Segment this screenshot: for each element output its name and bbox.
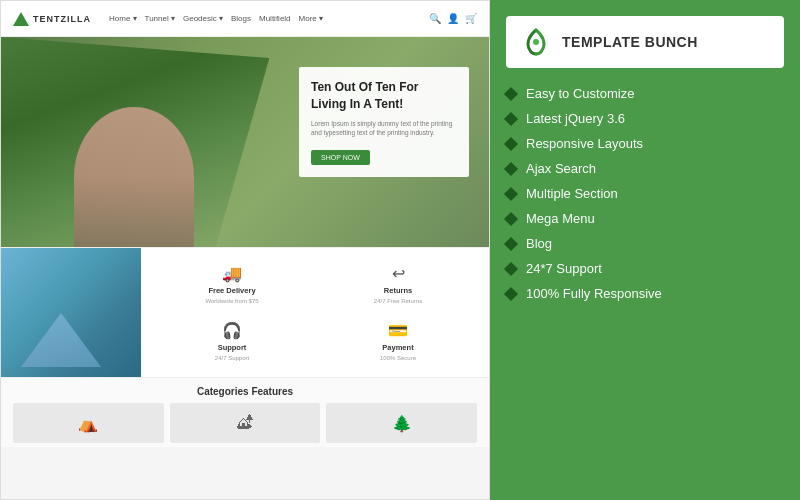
hero-person-visual — [74, 107, 194, 247]
diamond-icon — [504, 236, 518, 250]
nav-icons: 🔍 👤 🛒 — [429, 13, 477, 24]
feature-support-title: Support — [218, 343, 247, 352]
returns-icon: ↩ — [392, 264, 405, 283]
feature-list-item: Ajax Search — [506, 161, 784, 176]
diamond-icon — [504, 186, 518, 200]
diamond-icon — [504, 136, 518, 150]
features-image — [1, 248, 141, 377]
diamond-icon — [504, 211, 518, 225]
nav-link-tunnel[interactable]: Tunnel ▾ — [145, 14, 175, 23]
feature-list-item: Blog — [506, 236, 784, 251]
feature-list-item: Mega Menu — [506, 211, 784, 226]
feature-delivery-sub: Worldwide from $75 — [205, 298, 258, 304]
features-row: 🚚 Free Delivery Worldwide from $75 ↩ Ret… — [1, 247, 489, 377]
category-nature[interactable]: 🌲 — [326, 403, 477, 443]
hero-description: Lorem Ipsum is simply dummy text of the … — [311, 119, 457, 139]
template-bunch-header: TEMPLATE BUNCH — [506, 16, 784, 68]
nature-icon: 🌲 — [392, 414, 412, 433]
feature-returns-sub: 24/7 Free Returns — [374, 298, 422, 304]
cart-icon[interactable]: 🛒 — [465, 13, 477, 24]
logo-triangle-icon — [13, 12, 29, 26]
nav-link-geodesic[interactable]: Geodesic ▾ — [183, 14, 223, 23]
diamond-icon — [504, 111, 518, 125]
feature-label-8: 100% Fully Responsive — [526, 286, 662, 301]
tent-icon: ⛺ — [78, 414, 98, 433]
template-bunch-name: TEMPLATE BUNCH — [562, 34, 698, 50]
feature-payment-sub: 100% Secure — [380, 355, 416, 361]
feature-label-3: Ajax Search — [526, 161, 596, 176]
feature-label-5: Mega Menu — [526, 211, 595, 226]
feature-item-returns: ↩ Returns 24/7 Free Returns — [317, 258, 479, 311]
right-panel: TEMPLATE BUNCH Easy to CustomizeLatest j… — [490, 0, 800, 500]
feature-list-item: Easy to Customize — [506, 86, 784, 101]
categories-section: Categories Features ⛺ 🏕 🌲 — [1, 377, 489, 447]
shop-now-button[interactable]: SHOP NOW — [311, 150, 370, 165]
site-logo: TENTZILLA — [13, 12, 91, 26]
logo-text: TENTZILLA — [33, 14, 91, 24]
feature-payment-title: Payment — [382, 343, 413, 352]
categories-title: Categories Features — [13, 386, 477, 397]
search-icon[interactable]: 🔍 — [429, 13, 441, 24]
hero-content-box: Ten Out Of Ten For Living In A Tent! Lor… — [299, 67, 469, 177]
delivery-icon: 🚚 — [222, 264, 242, 283]
feature-label-7: 24*7 Support — [526, 261, 602, 276]
feature-label-1: Latest jQuery 3.6 — [526, 111, 625, 126]
diamond-icon — [504, 86, 518, 100]
camp-icon: 🏕 — [237, 414, 253, 432]
payment-icon: 💳 — [388, 321, 408, 340]
nav-link-multifield[interactable]: Multifield — [259, 14, 291, 23]
feature-label-4: Multiple Section — [526, 186, 618, 201]
hero-title: Ten Out Of Ten For Living In A Tent! — [311, 79, 457, 113]
diamond-icon — [504, 261, 518, 275]
features-list: Easy to CustomizeLatest jQuery 3.6Respon… — [506, 86, 784, 301]
feature-delivery-title: Free Delivery — [208, 286, 255, 295]
category-tent[interactable]: ⛺ — [13, 403, 164, 443]
feature-item-payment: 💳 Payment 100% Secure — [317, 315, 479, 368]
nav-links: Home ▾ Tunnel ▾ Geodesic ▾ Blogs Multifi… — [109, 14, 419, 23]
feature-item-delivery: 🚚 Free Delivery Worldwide from $75 — [151, 258, 313, 311]
feature-support-sub: 24/7 Support — [215, 355, 249, 361]
feature-returns-title: Returns — [384, 286, 412, 295]
nav-link-home[interactable]: Home ▾ — [109, 14, 137, 23]
feature-label-0: Easy to Customize — [526, 86, 634, 101]
feature-label-2: Responsive Layouts — [526, 136, 643, 151]
diamond-icon — [504, 161, 518, 175]
nav-link-blogs[interactable]: Blogs — [231, 14, 251, 23]
feature-list-item: Responsive Layouts — [506, 136, 784, 151]
feature-item-support: 🎧 Support 24/7 Support — [151, 315, 313, 368]
categories-row: ⛺ 🏕 🌲 — [13, 403, 477, 443]
feature-list-item: 24*7 Support — [506, 261, 784, 276]
feature-list-item: Latest jQuery 3.6 — [506, 111, 784, 126]
feature-list-item: Multiple Section — [506, 186, 784, 201]
user-icon[interactable]: 👤 — [447, 13, 459, 24]
template-bunch-logo — [520, 26, 552, 58]
features-grid: 🚚 Free Delivery Worldwide from $75 ↩ Ret… — [141, 248, 489, 377]
diamond-icon — [504, 286, 518, 300]
feature-list-item: 100% Fully Responsive — [506, 286, 784, 301]
navbar: TENTZILLA Home ▾ Tunnel ▾ Geodesic ▾ Blo… — [1, 1, 489, 37]
hero-section: Ten Out Of Ten For Living In A Tent! Lor… — [1, 37, 489, 247]
support-icon: 🎧 — [222, 321, 242, 340]
left-panel: TENTZILLA Home ▾ Tunnel ▾ Geodesic ▾ Blo… — [0, 0, 490, 500]
svg-point-0 — [533, 39, 539, 45]
category-camp[interactable]: 🏕 — [170, 403, 321, 443]
nav-link-more[interactable]: More ▾ — [299, 14, 323, 23]
feature-label-6: Blog — [526, 236, 552, 251]
tent-small-visual — [11, 307, 111, 367]
